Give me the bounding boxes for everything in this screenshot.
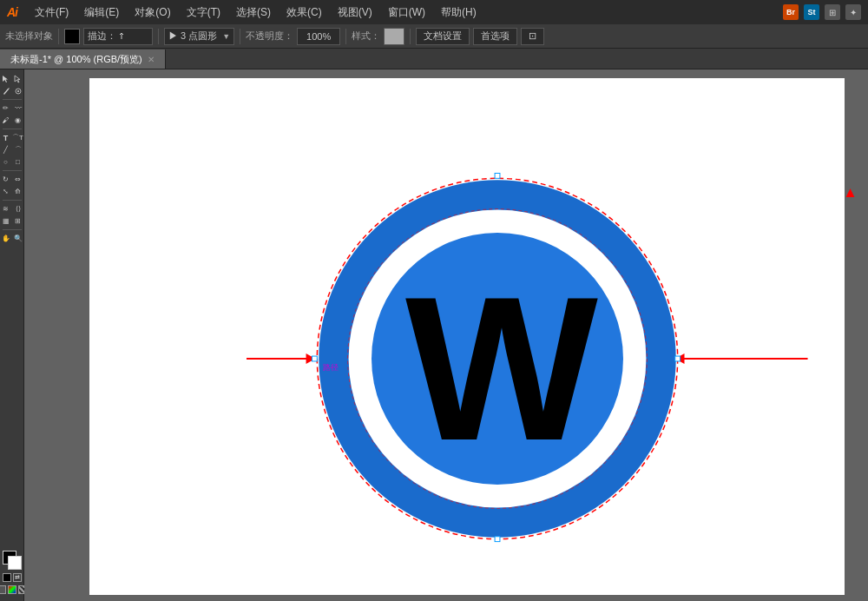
tool-row-rotate: ↻ ⇔ xyxy=(0,174,23,185)
tool-row-shape: ○ □ xyxy=(0,156,23,168)
menu-view[interactable]: 视图(V) xyxy=(331,3,379,22)
tab-main[interactable]: 未标题-1* @ 100% (RGB/预览) ✕ xyxy=(0,50,166,69)
tab-label: 未标题-1* @ 100% (RGB/预览) xyxy=(10,53,142,66)
script-icon[interactable]: ✦ xyxy=(845,4,861,20)
svg-point-3 xyxy=(17,90,19,92)
app-logo: Ai xyxy=(7,5,17,19)
tool-row-brush: 🖌 ◉ xyxy=(0,115,23,126)
artwork: W xyxy=(89,78,845,595)
tool-row-hand: ✋ 🔍 xyxy=(0,233,23,244)
doc-settings-btn[interactable]: 文档设置 xyxy=(416,28,470,45)
style-swatch[interactable] xyxy=(384,28,404,45)
grid-icon[interactable]: ⊞ xyxy=(825,4,840,20)
gradient-btn[interactable] xyxy=(8,585,16,594)
pencil-tool[interactable]: ✏ xyxy=(0,102,11,114)
anchor-tool[interactable] xyxy=(12,85,23,96)
tool-sep4 xyxy=(3,200,22,201)
handle-left[interactable] xyxy=(312,356,317,361)
handle-top[interactable] xyxy=(495,173,500,178)
svg-marker-0 xyxy=(3,76,8,83)
background-color[interactable] xyxy=(8,556,22,570)
menu-help[interactable]: 帮助(H) xyxy=(434,3,483,22)
scale-tool[interactable]: ⤡ xyxy=(0,186,11,197)
no-selection-label: 未选择对象 xyxy=(5,30,53,43)
width-tool[interactable]: ⟨⟩ xyxy=(12,203,23,215)
tool-sep3 xyxy=(3,170,22,171)
slice-tool[interactable]: ⊞ xyxy=(12,215,23,227)
point-label: ▶ 3 点圆形 xyxy=(168,30,217,43)
preferences-btn[interactable]: 首选项 xyxy=(473,28,517,45)
paintbrush-tool[interactable]: 🖌 xyxy=(0,115,11,126)
tool-row-scale: ⤡ ⟰ xyxy=(0,186,23,197)
w-letter: W xyxy=(405,254,598,483)
type-tool2[interactable]: ⌒T xyxy=(12,132,23,143)
menu-edit[interactable]: 编辑(E) xyxy=(77,3,126,22)
type-tool[interactable]: T xyxy=(0,132,11,143)
tool-row-warp: ≋ ⟨⟩ xyxy=(0,203,23,215)
tool-row-type: T ⌒T xyxy=(0,132,23,143)
tool-row-select xyxy=(0,73,23,84)
sep1 xyxy=(58,29,59,44)
menu-file[interactable]: 文件(F) xyxy=(28,3,76,22)
workspace-btn[interactable]: ⊡ xyxy=(521,28,544,45)
toolbox: ✏ 〰 🖌 ◉ T ⌒T ╱ ⌒ ○ □ ↻ ⇔ ⤡ ⟰ ≋ xyxy=(0,69,24,601)
line-tool[interactable]: ╱ xyxy=(0,144,11,155)
menu-text[interactable]: 文字(T) xyxy=(180,3,227,22)
select-tool[interactable] xyxy=(0,73,11,84)
zoom-tool[interactable]: 🔍 xyxy=(12,233,23,244)
title-bar: Ai 文件(F) 编辑(E) 对象(O) 文字(T) 选择(S) 效果(C) 视… xyxy=(0,0,868,24)
color-row2: ⇄ xyxy=(3,573,22,582)
opacity-field[interactable]: 100% xyxy=(297,28,340,45)
sep2 xyxy=(158,29,159,44)
arc-tool[interactable]: ⌒ xyxy=(12,144,23,155)
smooth-tool[interactable]: 〰 xyxy=(12,102,23,114)
swap-colors-btn[interactable]: ⇄ xyxy=(13,573,22,582)
tool-sep5 xyxy=(3,229,22,230)
logo-container: W xyxy=(280,150,654,524)
reflect-tool[interactable]: ⇔ xyxy=(12,174,23,185)
opacity-label: 不透明度： xyxy=(246,30,293,43)
blob-brush-tool[interactable]: ◉ xyxy=(12,115,23,126)
color-mode-row xyxy=(0,585,27,594)
menu-select[interactable]: 选择(S) xyxy=(229,3,278,22)
rotate-tool[interactable]: ↻ xyxy=(0,174,11,185)
stroke-dropdown[interactable]: 描边： xyxy=(83,28,153,45)
menu-effect[interactable]: 效果(C) xyxy=(279,3,329,22)
title-bar-right: Br St ⊞ ✦ xyxy=(783,0,861,24)
handle-bottom[interactable] xyxy=(495,536,500,541)
main-area: ✏ 〰 🖌 ◉ T ⌒T ╱ ⌒ ○ □ ↻ ⇔ ⤡ ⟰ ≋ xyxy=(0,69,868,601)
graph-tool[interactable]: ▦ xyxy=(0,215,11,227)
warp-tool[interactable]: ≋ xyxy=(0,203,11,215)
ellipse-tool[interactable]: ○ xyxy=(0,156,11,168)
toolbar: 未选择对象 描边： ▶ 3 点圆形 ▼ 不透明度： 100% 样式： 文档设置 … xyxy=(0,24,868,49)
bridge-icon[interactable]: Br xyxy=(783,4,799,20)
tab-bar: 未标题-1* @ 100% (RGB/预览) ✕ xyxy=(0,49,868,69)
rect-tool[interactable]: □ xyxy=(12,156,23,168)
pen-tool[interactable] xyxy=(0,85,11,96)
canvas-area[interactable]: W xyxy=(24,69,868,601)
sep4 xyxy=(345,29,346,44)
menu-bar: 文件(F) 编辑(E) 对象(O) 文字(T) 选择(S) 效果(C) 视图(V… xyxy=(28,3,483,22)
color-mode-btn[interactable] xyxy=(0,585,6,594)
dropdown-arrow: ▼ xyxy=(222,32,230,41)
anchor-triangle xyxy=(846,188,855,197)
stock-icon[interactable]: St xyxy=(804,4,819,20)
logo-svg: W xyxy=(280,150,714,567)
handle-right[interactable] xyxy=(675,356,681,361)
point-dropdown[interactable]: ▶ 3 点圆形 ▼ xyxy=(164,28,234,45)
path-label: 路径 xyxy=(323,362,339,371)
sep5 xyxy=(410,29,411,44)
hand-tool[interactable]: ✋ xyxy=(0,233,11,244)
shear-tool[interactable]: ⟰ xyxy=(12,186,23,197)
direct-select-tool[interactable] xyxy=(12,73,23,84)
stroke-arrows-icon xyxy=(118,33,125,40)
default-colors-btn[interactable] xyxy=(3,573,11,582)
tab-close-btn[interactable]: ✕ xyxy=(148,55,155,64)
svg-marker-1 xyxy=(15,76,20,83)
menu-object[interactable]: 对象(O) xyxy=(128,3,177,22)
tool-sep2 xyxy=(3,129,22,129)
menu-window[interactable]: 窗口(W) xyxy=(381,3,432,22)
tool-row-pencil: ✏ 〰 xyxy=(0,102,23,114)
tool-row-pen xyxy=(0,85,23,96)
fill-swatch[interactable] xyxy=(64,29,80,44)
